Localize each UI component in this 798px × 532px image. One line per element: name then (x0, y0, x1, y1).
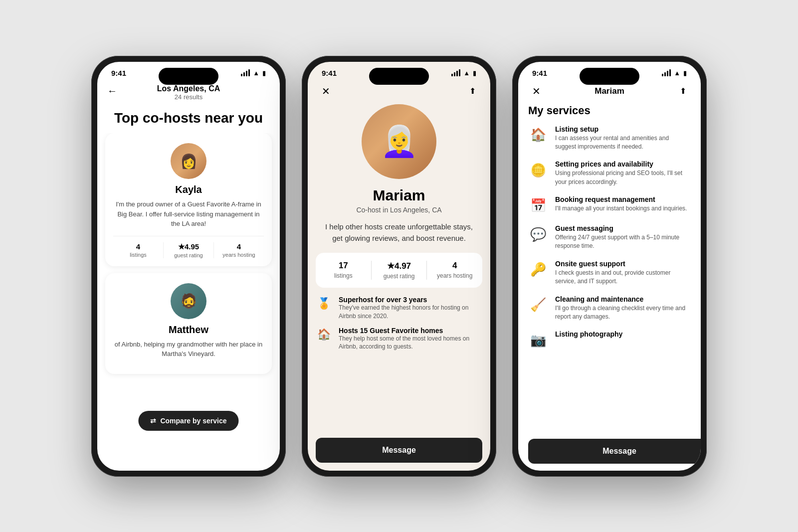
host-bio-kayla: I'm the proud owner of a Guest Favorite … (113, 199, 264, 229)
compare-by-service-button[interactable]: ⇄ Compare by service (138, 411, 238, 431)
service-photography-name: Listing photography (555, 330, 622, 338)
compare-icon: ⇄ (150, 417, 156, 425)
phone3-title: Mariam (595, 86, 624, 96)
service-onsite: 🔑 Onsite guest support I check guests in… (528, 260, 691, 286)
host-bio-matthew: of Airbnb, helping my grandmother with h… (113, 340, 264, 359)
service-messaging-name: Guest messaging (555, 224, 691, 232)
location-title: Los Angeles, CA (157, 84, 220, 93)
page-title: Top co-hosts near you (97, 107, 280, 134)
services-heading: My services (528, 104, 691, 117)
service-onsite-name: Onsite guest support (555, 260, 691, 268)
signal-icon-3 (662, 69, 671, 76)
service-pricing: 🪙 Setting prices and availability Using … (528, 160, 691, 186)
message-button-3[interactable]: Message (528, 439, 701, 464)
service-listing-setup-info: Listing setup I can assess your rental a… (555, 125, 691, 152)
photography-icon: 📷 (528, 330, 548, 350)
service-booking-name: Booking request management (555, 195, 687, 203)
wifi-icon-2: ▲ (463, 69, 470, 77)
service-messaging-desc: Offering 24/7 guest support with a 5–10 … (555, 233, 691, 251)
badge-favorite-text: Hosts 15 Guest Favorite homes They help … (339, 327, 482, 352)
badge-superhost-text: Superhost for over 3 years They've earne… (339, 296, 482, 321)
battery-icon-1: ▮ (262, 69, 266, 77)
signal-icon-2 (451, 69, 460, 76)
host-card-kayla[interactable]: 👩 Kayla I'm the proud owner of a Guest F… (105, 133, 272, 266)
onsite-icon: 🔑 (528, 260, 548, 280)
service-listing-setup: 🏠 Listing setup I can assess your rental… (528, 125, 691, 152)
p2-rating-val: ★4.97 (387, 261, 411, 271)
badge-favorite-title: Hosts 15 Guest Favorite homes (339, 327, 482, 335)
stat-years: 4 years hosting (213, 242, 264, 258)
share-button[interactable]: ⬆ (464, 83, 480, 99)
dynamic-island-3 (580, 68, 639, 85)
service-cleaning-info: Cleaning and maintenance I'll go through… (555, 295, 691, 322)
status-bar-3: 9:41 ▲ ▮ (518, 62, 701, 80)
dynamic-island-2 (369, 68, 429, 85)
screen-content-2: ✕ ⬆ 👩‍🦳 Mariam Co-host in Los Angeles, C… (308, 80, 490, 471)
service-cleaning: 🧹 Cleaning and maintenance I'll go throu… (528, 295, 691, 322)
service-onsite-info: Onsite guest support I check guests in a… (555, 260, 691, 286)
status-time-1: 9:41 (111, 69, 126, 77)
service-messaging-info: Guest messaging Offering 24/7 guest supp… (555, 224, 691, 251)
host-stats-kayla: 4 listings ★4.95 guest rating 4 years ho… (113, 236, 264, 258)
stat-rating-val: ★4.95 (178, 242, 199, 251)
badge-superhost: 🏅 Superhost for over 3 years They've ear… (316, 296, 482, 321)
p2-listings-val: 17 (339, 261, 348, 271)
stat-years-label: years hosting (222, 252, 255, 258)
host-name-kayla: Kayla (175, 184, 201, 195)
cleaning-icon: 🧹 (528, 295, 548, 315)
close-button[interactable]: ✕ (318, 83, 334, 99)
service-booking-info: Booking request management I'll manage a… (555, 195, 687, 213)
message-button-2[interactable]: Message (316, 438, 482, 463)
service-cleaning-desc: I'll go through a cleaning checklist eve… (555, 304, 691, 322)
compare-label: Compare by service (160, 417, 226, 425)
listing-setup-icon: 🏠 (528, 125, 548, 145)
host-bio-mariam: I help other hosts create unforgettable … (308, 221, 490, 244)
service-photography: 📷 Listing photography (528, 330, 691, 350)
phone1-header: ← Los Angeles, CA 24 results (97, 80, 280, 107)
service-booking: 📅 Booking request management I'll manage… (528, 195, 691, 215)
stat-listings-val: 4 (136, 242, 140, 251)
battery-icon-2: ▮ (473, 69, 476, 77)
stat-years-val: 4 (237, 242, 241, 251)
wifi-icon-3: ▲ (674, 69, 680, 77)
phone-3: 9:41 ▲ ▮ ✕ Mariam ⬆ My services (512, 56, 707, 477)
battery-icon-3: ▮ (683, 69, 687, 77)
service-pricing-desc: Using professional pricing and SEO tools… (555, 169, 691, 186)
stat-listings: 4 listings (113, 242, 163, 258)
host-name-mariam: Mariam (308, 187, 490, 204)
favorite-icon: 🏠 (316, 327, 332, 343)
status-bar-2: 9:41 ▲ ▮ (308, 62, 490, 80)
host-subtitle: Co-host in Los Angeles, CA (308, 206, 490, 214)
screen-content-1: ← Los Angeles, CA 24 results Top co-host… (97, 80, 280, 471)
back-button[interactable]: ← (107, 85, 117, 97)
signal-icon-1 (241, 69, 250, 76)
p2-years-label: years hosting (437, 272, 472, 279)
p2-rating-label: guest rating (384, 273, 415, 280)
service-booking-desc: I'll manage all your instant bookings an… (555, 204, 687, 213)
close-button-3[interactable]: ✕ (528, 83, 544, 99)
service-listing-setup-name: Listing setup (555, 125, 691, 133)
superhost-icon: 🏅 (316, 296, 332, 312)
service-photography-info: Listing photography (555, 330, 622, 339)
mariam-badges: 🏅 Superhost for over 3 years They've ear… (308, 296, 490, 431)
service-pricing-info: Setting prices and availability Using pr… (555, 160, 691, 186)
p2-listings-label: listings (334, 272, 353, 279)
badge-guest-favorite: 🏠 Hosts 15 Guest Favorite homes They hel… (316, 327, 482, 352)
service-pricing-name: Setting prices and availability (555, 160, 691, 168)
avatar-mariam: 👩‍🦳 (362, 104, 436, 179)
badge-superhost-desc: They've earned the highest honors for ho… (339, 304, 482, 321)
wifi-icon-1: ▲ (253, 69, 259, 77)
service-messaging: 💬 Guest messaging Offering 24/7 guest su… (528, 224, 691, 251)
mariam-stats: 17 listings ★4.97 guest rating 4 years h… (316, 253, 482, 288)
host-card-matthew[interactable]: 🧔 Matthew of Airbnb, helping my grandmot… (105, 273, 272, 374)
share-button-3[interactable]: ⬆ (675, 83, 691, 99)
phone-1: 9:41 ▲ ▮ ← Los Angeles, CA 24 results To… (91, 56, 286, 477)
p2-stat-years: 4 years hosting (426, 261, 482, 280)
status-time-3: 9:41 (532, 69, 547, 77)
pricing-icon: 🪙 (528, 160, 548, 180)
service-listing-setup-desc: I can assess your rental and amenities a… (555, 134, 691, 152)
badge-superhost-title: Superhost for over 3 years (339, 296, 482, 304)
badge-favorite-desc: They help host some of the most loved ho… (339, 335, 482, 352)
phone-2: 9:41 ▲ ▮ ✕ ⬆ 👩‍🦳 Mariam Co-host in Los (302, 56, 496, 477)
service-cleaning-name: Cleaning and maintenance (555, 295, 691, 303)
